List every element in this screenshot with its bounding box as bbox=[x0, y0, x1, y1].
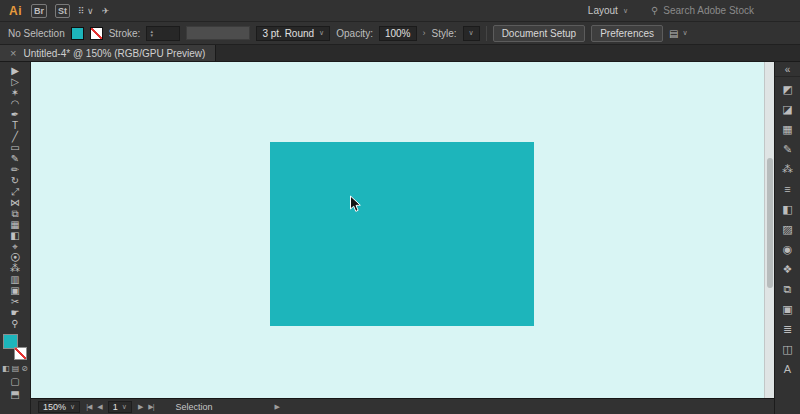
opacity-panel-chevron-icon[interactable]: › bbox=[423, 28, 426, 38]
draw-mode-icon[interactable]: ▢ bbox=[10, 375, 19, 388]
panel-layers-icon[interactable]: ⧉ bbox=[775, 279, 800, 299]
panel-color-guide-icon[interactable]: ◪ bbox=[775, 99, 800, 119]
slice-tool-icon[interactable]: ✂ bbox=[0, 296, 30, 307]
panel-type-icon[interactable]: A bbox=[775, 359, 800, 379]
color-mode-icon[interactable]: ◧ bbox=[2, 364, 10, 373]
fill-color-swatch[interactable] bbox=[71, 27, 84, 40]
panel-graphic-styles-icon[interactable]: ❖ bbox=[775, 259, 800, 279]
bridge-icon[interactable]: Br bbox=[31, 4, 47, 18]
apps-grid-icon[interactable]: ⠿ ∨ bbox=[78, 5, 94, 17]
panel-swatches-icon[interactable]: ▦ bbox=[775, 119, 800, 139]
stroke-swatch[interactable] bbox=[14, 347, 27, 360]
magic-wand-tool-icon[interactable]: ✶ bbox=[0, 87, 30, 98]
panel-gradient-icon[interactable]: ◧ bbox=[775, 199, 800, 219]
zoom-tool-icon[interactable]: ⚲ bbox=[0, 318, 30, 329]
illustrator-logo[interactable]: Ai bbox=[9, 4, 22, 18]
fill-stroke-indicator bbox=[3, 334, 27, 360]
last-artboard-button[interactable]: ▶| bbox=[148, 403, 153, 411]
status-bar: 150% ∨ |◀ ◀ 1 ∨ ▶ ▶| Selection ▶ bbox=[31, 398, 774, 414]
mesh-tool-icon[interactable]: ▦ bbox=[0, 219, 30, 230]
pen-tool-icon[interactable]: ✒ bbox=[0, 109, 30, 120]
panel-icon-list: ◩◪▦✎⁂≡◧▨◉❖⧉▣≣◫A bbox=[775, 79, 800, 379]
stock-icon[interactable]: St bbox=[55, 4, 70, 18]
symbol-sprayer-tool-icon[interactable]: ⁂ bbox=[0, 263, 30, 274]
chevron-down-icon: ∨ bbox=[319, 29, 324, 37]
document-area: 150% ∨ |◀ ◀ 1 ∨ ▶ ▶| Selection ▶ bbox=[31, 62, 774, 414]
panel-pathfinder-icon[interactable]: ◫ bbox=[775, 339, 800, 359]
type-tool-icon[interactable]: T bbox=[0, 120, 30, 131]
eyedropper-tool-icon[interactable]: ⌖ bbox=[0, 241, 30, 252]
share-icon[interactable]: ✈ bbox=[102, 5, 110, 17]
stroke-weight-stepper[interactable]: ▴▾ bbox=[146, 26, 180, 41]
selection-status-label: No Selection bbox=[8, 28, 65, 39]
rotate-tool-icon[interactable]: ↻ bbox=[0, 175, 30, 186]
document-setup-button[interactable]: Document Setup bbox=[493, 25, 586, 42]
style-label: Style: bbox=[432, 28, 457, 39]
tools-panel: ▶▷✶◠✒T╱▭✎✏↻⤢⋈⧉▦◧⌖⦿⁂▥▣✂☛⚲ ◧▤⊘ ▢ ⬒ bbox=[0, 62, 31, 414]
brush-definition-dropdown[interactable]: 3 pt. Round ∨ bbox=[256, 26, 330, 41]
line-segment-tool-icon[interactable]: ╱ bbox=[0, 131, 30, 142]
panel-color-icon[interactable]: ◩ bbox=[775, 79, 800, 99]
zoom-level-dropdown[interactable]: 150% ∨ bbox=[38, 401, 80, 413]
document-tab-bar: × Untitled-4* @ 150% (RGB/GPU Preview) bbox=[0, 45, 800, 62]
gradient-mode-icon[interactable]: ▤ bbox=[12, 364, 20, 373]
stroke-color-swatch[interactable] bbox=[90, 27, 103, 40]
divider bbox=[486, 26, 487, 41]
panel-transparency-icon[interactable]: ▨ bbox=[775, 219, 800, 239]
previous-artboard-button[interactable]: ◀ bbox=[97, 403, 101, 411]
blend-tool-icon[interactable]: ⦿ bbox=[0, 252, 30, 263]
width-tool-icon[interactable]: ⋈ bbox=[0, 197, 30, 208]
hand-tool-icon[interactable]: ☛ bbox=[0, 307, 30, 318]
align-panel-menu[interactable]: ▤ ∨ bbox=[669, 28, 688, 39]
expand-panels-icon[interactable]: « bbox=[775, 63, 800, 77]
column-graph-tool-icon[interactable]: ▥ bbox=[0, 274, 30, 285]
color-mode-buttons: ◧▤⊘ bbox=[2, 364, 28, 373]
panel-stroke-icon[interactable]: ≡ bbox=[775, 179, 800, 199]
gradient-tool-icon[interactable]: ◧ bbox=[0, 230, 30, 241]
artboard-tool-icon[interactable]: ▣ bbox=[0, 285, 30, 296]
search-icon: ⚲ bbox=[651, 5, 658, 16]
variable-width-profile-field bbox=[186, 26, 250, 40]
chevron-down-icon: ∨ bbox=[469, 29, 474, 37]
panel-appearance-icon[interactable]: ◉ bbox=[775, 239, 800, 259]
close-icon[interactable]: × bbox=[10, 47, 16, 59]
status-menu-arrow-icon[interactable]: ▶ bbox=[275, 403, 280, 411]
scale-tool-icon[interactable]: ⤢ bbox=[0, 186, 30, 197]
first-artboard-button[interactable]: |◀ bbox=[86, 403, 91, 411]
rectangle-tool-icon[interactable]: ▭ bbox=[0, 142, 30, 153]
panel-artboards-icon[interactable]: ▣ bbox=[775, 299, 800, 319]
lasso-tool-icon[interactable]: ◠ bbox=[0, 98, 30, 109]
opacity-label: Opacity: bbox=[336, 28, 373, 39]
panel-brushes-icon[interactable]: ✎ bbox=[775, 139, 800, 159]
panel-menu-icon: ▤ bbox=[669, 28, 678, 39]
selection-tool-icon[interactable]: ▶ bbox=[0, 65, 30, 76]
next-artboard-button[interactable]: ▶ bbox=[138, 403, 142, 411]
shape-builder-tool-icon[interactable]: ⧉ bbox=[0, 208, 30, 219]
opacity-field[interactable]: 100% bbox=[379, 26, 417, 41]
document-tab-title: Untitled-4* @ 150% (RGB/GPU Preview) bbox=[23, 48, 205, 59]
panel-align-icon[interactable]: ≣ bbox=[775, 319, 800, 339]
panel-symbols-icon[interactable]: ⁂ bbox=[775, 159, 800, 179]
vertical-scrollbar-thumb[interactable] bbox=[767, 158, 773, 288]
paintbrush-tool-icon[interactable]: ✎ bbox=[0, 153, 30, 164]
direct-selection-tool-icon[interactable]: ▷ bbox=[0, 76, 30, 87]
style-dropdown[interactable]: ∨ bbox=[463, 26, 480, 41]
artboard-number-field[interactable]: 1 ∨ bbox=[108, 401, 132, 413]
search-input[interactable] bbox=[663, 5, 775, 16]
none-mode-icon[interactable]: ⊘ bbox=[21, 364, 28, 373]
document-tab[interactable]: × Untitled-4* @ 150% (RGB/GPU Preview) bbox=[0, 45, 216, 61]
chevron-down-icon: ∨ bbox=[683, 29, 688, 37]
workspace-switcher[interactable]: Layout ∨ bbox=[588, 5, 628, 16]
screen-mode-icon[interactable]: ⬒ bbox=[10, 388, 19, 401]
adobe-stock-search[interactable]: ⚲ bbox=[651, 5, 791, 16]
workspace-label: Layout bbox=[588, 5, 618, 16]
canvas[interactable] bbox=[31, 62, 764, 398]
application-bar: Ai BrSt⠿ ∨✈ Layout ∨ ⚲ bbox=[0, 0, 800, 22]
stepper-arrows-icon[interactable]: ▴▾ bbox=[150, 29, 153, 37]
status-indicator[interactable]: Selection bbox=[175, 402, 212, 412]
preferences-button[interactable]: Preferences bbox=[591, 25, 663, 42]
pencil-tool-icon[interactable]: ✏ bbox=[0, 164, 30, 175]
vertical-scrollbar[interactable] bbox=[764, 62, 774, 398]
chevron-down-icon: ∨ bbox=[122, 403, 127, 411]
teal-rectangle[interactable] bbox=[270, 142, 534, 326]
